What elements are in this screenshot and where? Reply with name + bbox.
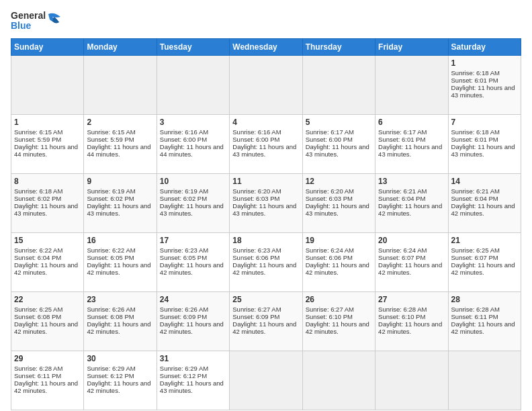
day-number: 15 [14,236,81,245]
calendar-cell [157,55,229,114]
calendar-cell: 26Sunrise: 6:27 AMSunset: 6:10 PMDayligh… [302,291,375,351]
sunset-text: Sunset: 6:07 PM [451,254,498,261]
calendar-cell: 10Sunrise: 6:19 AMSunset: 6:02 PMDayligh… [157,173,229,232]
sunrise-text: Sunrise: 6:16 AM [232,128,281,136]
daylight-text: Daylight: 11 hours and 43 minutes. [306,143,369,158]
calendar-cell: 20Sunrise: 6:24 AMSunset: 6:07 PMDayligh… [375,232,448,291]
sunrise-text: Sunrise: 6:18 AM [14,187,62,195]
day-number: 13 [378,177,445,186]
daylight-text: Daylight: 11 hours and 43 minutes. [306,202,369,217]
calendar-cell [230,351,302,410]
day-number: 29 [14,354,81,363]
week-row-4: 22Sunrise: 6:25 AMSunset: 6:08 PMDayligh… [11,291,521,351]
sunset-text: Sunset: 6:01 PM [378,136,425,143]
calendar-cell: 27Sunrise: 6:28 AMSunset: 6:10 PMDayligh… [375,291,448,351]
header-cell-monday: Monday [84,38,157,55]
calendar-cell [230,55,302,114]
sunrise-text: Sunrise: 6:23 AM [160,246,208,254]
day-number: 11 [232,177,299,186]
day-number: 26 [306,295,372,304]
week-row-5: 29Sunrise: 6:28 AMSunset: 6:11 PMDayligh… [11,351,521,410]
daylight-text: Daylight: 11 hours and 42 minutes. [14,261,78,276]
calendar-cell [375,55,448,114]
sunrise-text: Sunrise: 6:24 AM [306,246,354,254]
sunrise-text: Sunrise: 6:26 AM [160,306,208,313]
calendar-cell: 17Sunrise: 6:23 AMSunset: 6:05 PMDayligh… [157,232,229,291]
calendar-cell: 8Sunrise: 6:18 AMSunset: 6:02 PMDaylight… [11,173,84,232]
daylight-text: Daylight: 11 hours and 44 minutes. [87,143,150,158]
calendar-cell: 5Sunrise: 6:17 AMSunset: 6:00 PMDaylight… [302,114,375,173]
logo-bird-icon [47,11,62,30]
sunrise-text: Sunrise: 6:27 AM [232,306,281,313]
day-number: 12 [306,177,372,186]
sunset-text: Sunset: 6:07 PM [378,254,425,261]
calendar-cell: 29Sunrise: 6:28 AMSunset: 6:11 PMDayligh… [11,351,84,410]
day-number: 19 [306,236,372,245]
sunrise-text: Sunrise: 6:22 AM [87,246,135,254]
calendar-cell: 12Sunrise: 6:20 AMSunset: 6:03 PMDayligh… [302,173,375,232]
sunrise-text: Sunrise: 6:27 AM [306,306,354,313]
day-number: 5 [306,118,372,127]
day-number: 16 [87,236,153,245]
calendar-cell [302,55,375,114]
week-row-0: 1Sunrise: 6:18 AMSunset: 6:01 PMDaylight… [11,55,521,114]
daylight-text: Daylight: 11 hours and 42 minutes. [378,261,442,276]
sunset-text: Sunset: 5:59 PM [14,136,61,143]
day-number: 30 [87,354,153,363]
day-number: 23 [87,295,153,304]
sunrise-text: Sunrise: 6:19 AM [87,187,135,195]
sunrise-text: Sunrise: 6:20 AM [232,187,281,195]
calendar-cell: 18Sunrise: 6:23 AMSunset: 6:06 PMDayligh… [230,232,302,291]
sunset-text: Sunset: 6:00 PM [306,136,353,143]
calendar-cell: 23Sunrise: 6:26 AMSunset: 6:08 PMDayligh… [84,291,157,351]
calendar-table: SundayMondayTuesdayWednesdayThursdayFrid… [11,38,521,410]
day-number: 20 [378,236,445,245]
sunrise-text: Sunrise: 6:17 AM [378,128,427,136]
week-row-2: 8Sunrise: 6:18 AMSunset: 6:02 PMDaylight… [11,173,521,232]
sunset-text: Sunset: 6:01 PM [451,77,498,84]
calendar-cell: 21Sunrise: 6:25 AMSunset: 6:07 PMDayligh… [448,232,521,291]
sunset-text: Sunset: 6:02 PM [160,195,207,202]
sunset-text: Sunset: 6:03 PM [232,195,279,202]
logo-blue: Blue [11,21,46,31]
week-row-1: 1Sunrise: 6:15 AMSunset: 5:59 PMDaylight… [11,114,521,173]
calendar-cell: 24Sunrise: 6:26 AMSunset: 6:09 PMDayligh… [157,291,229,351]
sunset-text: Sunset: 6:08 PM [87,313,134,320]
daylight-text: Daylight: 11 hours and 43 minutes. [451,143,515,158]
sunset-text: Sunset: 6:09 PM [232,313,279,320]
sunrise-text: Sunrise: 6:25 AM [451,246,500,254]
daylight-text: Daylight: 11 hours and 42 minutes. [378,320,442,335]
daylight-text: Daylight: 11 hours and 42 minutes. [306,320,369,335]
sunset-text: Sunset: 6:02 PM [87,195,134,202]
logo: General Blue [11,11,62,32]
sunrise-text: Sunrise: 6:28 AM [451,306,500,313]
daylight-text: Daylight: 11 hours and 43 minutes. [87,202,150,217]
day-number: 6 [378,118,445,127]
sunset-text: Sunset: 6:11 PM [14,372,61,379]
sunset-text: Sunset: 6:02 PM [14,195,61,202]
calendar-container: General Blue SundayMondayTuesdayWednesda… [0,0,532,411]
header: General Blue [11,11,521,32]
sunset-text: Sunset: 6:08 PM [14,313,61,320]
daylight-text: Daylight: 11 hours and 43 minutes. [160,202,224,217]
sunset-text: Sunset: 6:06 PM [306,254,353,261]
sunrise-text: Sunrise: 6:28 AM [378,306,427,313]
day-number: 17 [160,236,226,245]
daylight-text: Daylight: 11 hours and 42 minutes. [378,202,442,217]
calendar-cell [302,351,375,410]
calendar-body: 1Sunrise: 6:18 AMSunset: 6:01 PMDaylight… [11,55,521,410]
day-number: 8 [14,177,81,186]
daylight-text: Daylight: 11 hours and 42 minutes. [87,261,150,276]
day-number: 25 [232,295,299,304]
sunset-text: Sunset: 6:05 PM [160,254,207,261]
daylight-text: Daylight: 11 hours and 43 minutes. [451,84,515,99]
daylight-text: Daylight: 11 hours and 42 minutes. [14,320,78,335]
sunset-text: Sunset: 6:00 PM [160,136,207,143]
header-row: SundayMondayTuesdayWednesdayThursdayFrid… [11,38,521,55]
daylight-text: Daylight: 11 hours and 42 minutes. [14,379,78,394]
calendar-header: SundayMondayTuesdayWednesdayThursdayFrid… [11,38,521,55]
sunrise-text: Sunrise: 6:17 AM [306,128,354,136]
sunrise-text: Sunrise: 6:18 AM [451,69,500,77]
sunrise-text: Sunrise: 6:24 AM [378,246,427,254]
sunrise-text: Sunrise: 6:28 AM [14,365,62,372]
